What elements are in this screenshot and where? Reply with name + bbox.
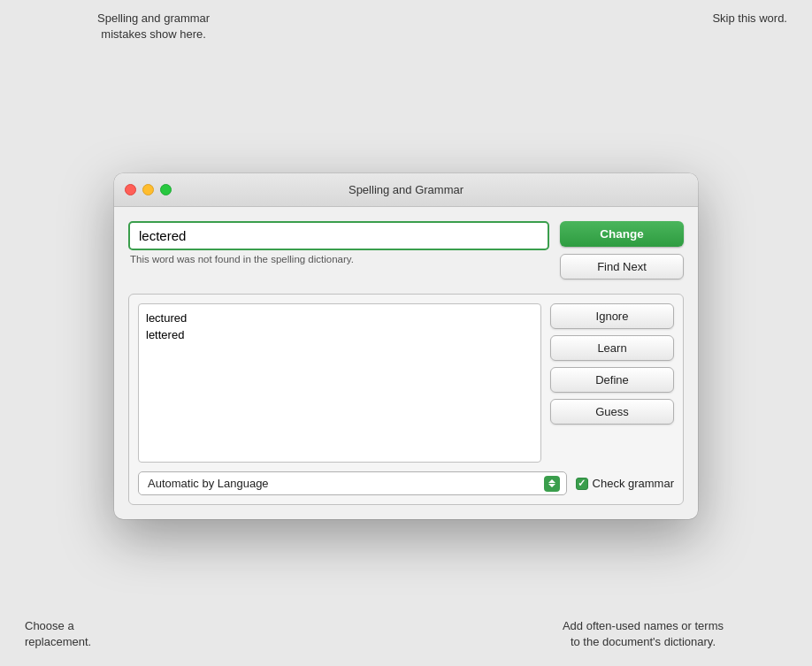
check-grammar-text: Check grammar bbox=[593, 477, 674, 490]
window-content: This word was not found in the spelling … bbox=[114, 207, 698, 519]
check-grammar-checkbox[interactable] bbox=[576, 478, 588, 490]
annotation-bottom-right: Add often-used names or terms to the doc… bbox=[563, 618, 724, 650]
bottom-section: lectured lettered Ignore Learn Define Gu… bbox=[128, 294, 684, 505]
bottom-main: lectured lettered Ignore Learn Define Gu… bbox=[138, 303, 674, 463]
find-next-button[interactable]: Find Next bbox=[560, 254, 684, 279]
suggestion-lectured[interactable]: lectured bbox=[146, 310, 533, 326]
language-select-wrapper: Automatic by Language bbox=[138, 471, 567, 495]
annotation-top-center: Spelling and grammar mistakes show here. bbox=[97, 11, 210, 42]
misspelled-input[interactable] bbox=[128, 221, 549, 250]
bottom-bar: Automatic by Language Check grammar bbox=[138, 471, 674, 495]
top-buttons: Change Find Next bbox=[560, 221, 684, 279]
guess-button[interactable]: Guess bbox=[550, 399, 674, 425]
check-grammar-label[interactable]: Check grammar bbox=[576, 477, 674, 490]
traffic-lights bbox=[125, 184, 172, 195]
change-button[interactable]: Change bbox=[560, 221, 684, 247]
spelling-grammar-window: Spelling and Grammar This word was not f… bbox=[114, 173, 698, 519]
define-button[interactable]: Define bbox=[550, 367, 674, 393]
learn-button[interactable]: Learn bbox=[550, 335, 674, 361]
side-buttons: Ignore Learn Define Guess bbox=[550, 303, 674, 425]
titlebar: Spelling and Grammar bbox=[114, 173, 698, 207]
top-section: This word was not found in the spelling … bbox=[128, 221, 684, 279]
ignore-button[interactable]: Ignore bbox=[550, 303, 674, 329]
fullscreen-button[interactable] bbox=[160, 184, 172, 195]
window-title: Spelling and Grammar bbox=[349, 183, 463, 196]
language-select[interactable]: Automatic by Language bbox=[138, 471, 567, 495]
annotation-bottom-left: Choose a replacement. bbox=[25, 618, 91, 650]
minimize-button[interactable] bbox=[142, 184, 154, 195]
error-message: This word was not found in the spelling … bbox=[128, 254, 549, 264]
annotation-top-right: Skip this word. bbox=[712, 11, 787, 27]
close-button[interactable] bbox=[125, 184, 136, 195]
suggestions-list[interactable]: lectured lettered bbox=[138, 303, 541, 463]
misspelled-area: This word was not found in the spelling … bbox=[128, 221, 549, 264]
suggestion-lettered[interactable]: lettered bbox=[146, 326, 533, 343]
